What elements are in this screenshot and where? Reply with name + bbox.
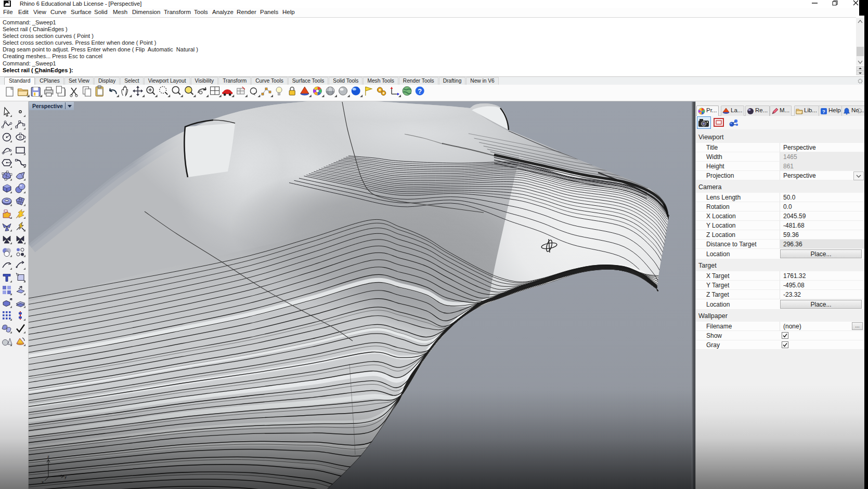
svg-text:?: ? — [418, 87, 422, 95]
svg-text:?: ? — [822, 109, 825, 114]
